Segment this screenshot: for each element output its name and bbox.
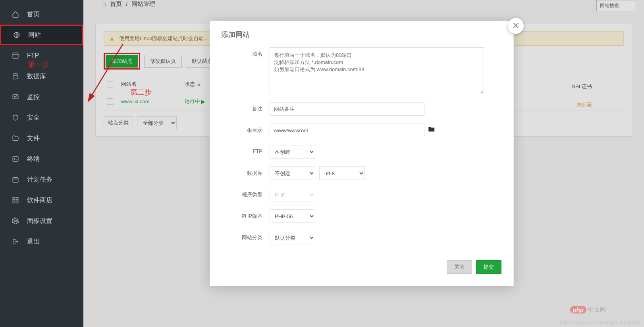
sidebar-item-terminal[interactable]: 终端	[0, 149, 83, 169]
sidebar-item-home[interactable]: 首页	[0, 4, 83, 25]
database-icon	[11, 72, 20, 81]
home-icon	[11, 10, 20, 19]
progtype-select: PHP	[270, 188, 315, 201]
close-button[interactable]: 关闭	[447, 260, 472, 274]
svg-rect-5	[13, 178, 18, 182]
sitecategory-select[interactable]: 默认分类	[270, 231, 315, 244]
sidebar-item-label: 软件商店	[27, 196, 52, 205]
logout-icon	[11, 237, 20, 246]
sidebar-item-label: 退出	[27, 238, 40, 246]
label-remark: 备注	[222, 102, 270, 112]
svg-rect-6	[13, 197, 15, 199]
svg-point-2	[13, 74, 18, 75]
submit-button[interactable]: 提交	[476, 260, 501, 274]
apps-icon	[11, 196, 20, 205]
sidebar-item-label: 数据库	[27, 72, 46, 81]
database-select[interactable]: 不创建	[270, 166, 315, 180]
sidebar-item-label: 监控	[27, 93, 40, 101]
sidebar-item-files[interactable]: 文件	[0, 128, 83, 149]
sidebar-item-settings[interactable]: 面板设置	[0, 211, 83, 231]
remark-input[interactable]	[270, 102, 424, 116]
sidebar-item-label: 终端	[27, 155, 40, 163]
svg-rect-7	[16, 197, 18, 199]
watermark-php: php 中文网	[570, 306, 606, 313]
sidebar-item-softstore[interactable]: 软件商店	[0, 190, 83, 211]
label-root: 根目录	[222, 124, 270, 134]
sidebar-item-monitor[interactable]: 监控	[0, 87, 83, 107]
modal-close-button[interactable]: ✕	[508, 18, 524, 34]
label-ftp: FTP	[222, 145, 270, 154]
sidebar-item-label: 文件	[27, 134, 40, 143]
label-domain: 域名	[222, 47, 270, 58]
modal-body: 域名 备注 根目录 FTP 不创建 数据库 不创建 utf	[210, 43, 513, 286]
folder-icon	[11, 134, 20, 143]
calendar-icon	[11, 175, 20, 184]
label-database: 数据库	[222, 166, 270, 177]
label-progtype: 程序类型	[222, 188, 270, 198]
sidebar-item-ftp[interactable]: FTP	[0, 45, 83, 66]
svg-rect-8	[13, 201, 15, 203]
php-text: 中文网	[588, 306, 606, 313]
ftp-icon	[11, 51, 20, 60]
sidebar-item-label: 首页	[27, 10, 40, 19]
domain-textarea[interactable]	[270, 47, 484, 94]
ftp-select[interactable]: 不创建	[270, 145, 315, 159]
label-phpversion: PHP版本	[222, 209, 270, 220]
sidebar-item-website[interactable]: 网站	[0, 25, 83, 45]
sidebar-item-label: 网站	[28, 31, 41, 39]
sidebar: 首页 网站 FTP 数据库 监控 安全 文件	[0, 0, 83, 327]
sidebar-item-security[interactable]: 安全	[0, 107, 83, 128]
sidebar-item-cron[interactable]: 计划任务	[0, 169, 83, 190]
svg-rect-1	[13, 53, 18, 58]
modal-title: 添加网站	[210, 21, 513, 43]
globe-icon	[12, 31, 21, 39]
svg-rect-9	[16, 201, 18, 203]
sidebar-item-label: 面板设置	[27, 217, 52, 225]
monitor-icon	[11, 93, 20, 101]
add-site-modal: ✕ 添加网站 域名 备注 根目录 FTP 不创建 数据库 不创	[210, 21, 514, 286]
modal-footer: 关闭 提交	[222, 252, 501, 274]
root-input[interactable]	[270, 124, 424, 137]
sidebar-item-logout[interactable]: 退出	[0, 231, 83, 252]
terminal-icon	[11, 155, 20, 163]
sidebar-item-label: 计划任务	[27, 176, 52, 184]
charset-select[interactable]: utf-8	[319, 166, 365, 180]
folder-picker-icon[interactable]	[428, 126, 435, 134]
svg-rect-4	[13, 157, 18, 161]
php-logo: php	[570, 306, 587, 313]
sidebar-item-database[interactable]: 数据库	[0, 66, 83, 87]
svg-point-10	[15, 220, 17, 222]
label-sitecategory: 网站分类	[222, 231, 270, 241]
sidebar-item-label: 安全	[27, 114, 40, 122]
watermark-csdn: https://blog.csdn.net/weixin_49392641	[560, 320, 641, 325]
sidebar-item-label: FTP	[27, 52, 39, 59]
shield-icon	[11, 113, 20, 122]
gear-icon	[11, 217, 20, 225]
phpversion-select[interactable]: PHP-56	[270, 209, 315, 223]
close-icon: ✕	[512, 21, 519, 31]
